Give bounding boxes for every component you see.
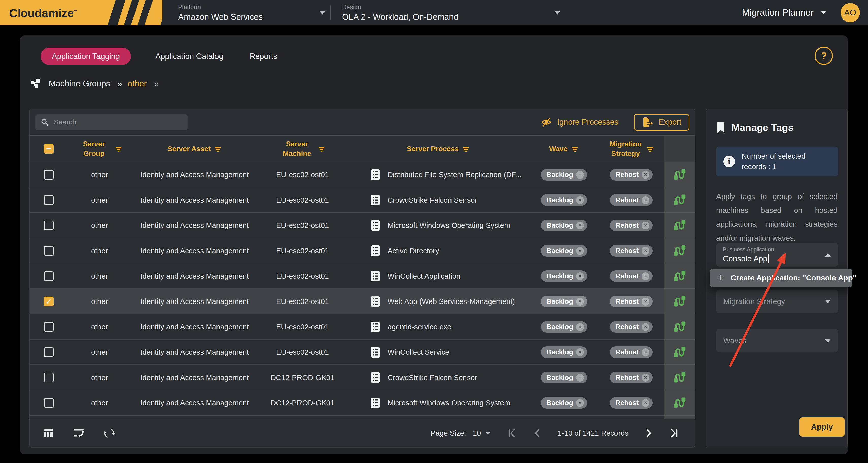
- row-checkbox[interactable]: [44, 322, 54, 332]
- row-checkbox[interactable]: [44, 221, 54, 230]
- row-checkbox[interactable]: [44, 398, 54, 408]
- migration-strategy-chip[interactable]: Rehost✕: [610, 220, 653, 231]
- wave-chip[interactable]: Backlog✕: [541, 321, 587, 333]
- remove-tag-icon[interactable]: ✕: [576, 349, 584, 356]
- remove-tag-icon[interactable]: ✕: [642, 247, 649, 255]
- table-row[interactable]: otherIdentity and Access ManagementEU-es…: [30, 263, 695, 289]
- export-button[interactable]: Export: [634, 114, 689, 131]
- migration-strategy-chip[interactable]: Rehost✕: [610, 321, 653, 333]
- help-button[interactable]: ?: [815, 47, 833, 65]
- remove-tag-icon[interactable]: ✕: [642, 374, 649, 382]
- waves-select[interactable]: Waves: [716, 329, 838, 353]
- avatar[interactable]: AO: [841, 3, 860, 22]
- wave-chip[interactable]: Backlog✕: [541, 372, 587, 384]
- table-row[interactable]: otherIdentity and Access ManagementEU-es…: [30, 314, 695, 339]
- business-application-field[interactable]: Business Application Console App: [716, 243, 838, 267]
- migration-strategy-chip[interactable]: Rehost✕: [610, 270, 653, 282]
- remove-tag-icon[interactable]: ✕: [642, 399, 649, 407]
- remove-tag-icon[interactable]: ✕: [642, 349, 649, 356]
- table-row[interactable]: otherIdentity and Access ManagementDC12-…: [30, 390, 695, 416]
- connected-processes-icon[interactable]: [673, 168, 686, 181]
- wave-chip[interactable]: Backlog✕: [541, 270, 587, 282]
- row-checkbox[interactable]: [44, 373, 54, 383]
- remove-tag-icon[interactable]: ✕: [642, 171, 649, 179]
- table-row[interactable]: otherIdentity and Access ManagementEU-es…: [30, 162, 695, 187]
- table-row[interactable]: ✓otherIdentity and Access ManagementEU-e…: [30, 289, 695, 314]
- remove-tag-icon[interactable]: ✕: [642, 196, 649, 204]
- row-checkbox-checked[interactable]: ✓: [44, 297, 54, 306]
- connected-processes-icon[interactable]: [673, 193, 686, 206]
- filter-icon[interactable]: [646, 145, 654, 153]
- select-all-checkbox[interactable]: [44, 144, 54, 154]
- create-application-option[interactable]: + Create Application: "Console App": [710, 269, 852, 287]
- page-size-select[interactable]: 10: [473, 429, 491, 437]
- row-checkbox[interactable]: [44, 246, 54, 256]
- migration-strategy-chip[interactable]: Rehost✕: [610, 194, 653, 206]
- connected-processes-icon[interactable]: [673, 396, 686, 409]
- migration-strategy-chip[interactable]: Rehost✕: [610, 296, 653, 307]
- connected-processes-icon[interactable]: [673, 244, 686, 257]
- connected-processes-icon[interactable]: [673, 219, 686, 232]
- wave-chip[interactable]: Backlog✕: [541, 245, 587, 257]
- row-checkbox[interactable]: [44, 271, 54, 281]
- wave-chip[interactable]: Backlog✕: [541, 397, 587, 409]
- search-input[interactable]: [54, 118, 182, 126]
- apply-button[interactable]: Apply: [800, 417, 845, 437]
- wrap-text-icon[interactable]: [73, 427, 85, 439]
- connected-processes-icon[interactable]: [673, 295, 686, 308]
- remove-tag-icon[interactable]: ✕: [642, 298, 649, 305]
- table-row[interactable]: otherIdentity and Access ManagementDC12-…: [30, 365, 695, 390]
- design-select[interactable]: Design OLA 2 - Workload, On-Demand: [342, 4, 560, 22]
- table-row[interactable]: otherIdentity and Access ManagementEU-es…: [30, 339, 695, 365]
- next-page-button[interactable]: [645, 428, 653, 438]
- breadcrumb-other[interactable]: other: [128, 79, 147, 89]
- remove-tag-icon[interactable]: ✕: [576, 298, 584, 305]
- tab-reports[interactable]: Reports: [247, 48, 279, 65]
- wave-chip[interactable]: Backlog✕: [541, 220, 587, 231]
- tab-application-catalog[interactable]: Application Catalog: [153, 48, 225, 65]
- ignore-processes-button[interactable]: Ignore Processes: [541, 117, 618, 127]
- remove-tag-icon[interactable]: ✕: [642, 323, 649, 331]
- filter-icon[interactable]: [462, 145, 470, 153]
- table-row[interactable]: otherIdentity and Access ManagementEU-es…: [30, 213, 695, 238]
- tab-application-tagging[interactable]: Application Tagging: [41, 48, 131, 65]
- remove-tag-icon[interactable]: ✕: [576, 399, 584, 407]
- connected-processes-icon[interactable]: [673, 371, 686, 384]
- remove-tag-icon[interactable]: ✕: [576, 323, 584, 331]
- table-row[interactable]: otherIdentity and Access ManagementEU-es…: [30, 238, 695, 263]
- wave-chip[interactable]: Backlog✕: [541, 194, 587, 206]
- chevron-up-icon[interactable]: [825, 253, 831, 257]
- previous-page-button[interactable]: [533, 428, 541, 438]
- migration-strategy-chip[interactable]: Rehost✕: [610, 169, 653, 180]
- remove-tag-icon[interactable]: ✕: [576, 222, 584, 229]
- wave-chip[interactable]: Backlog✕: [541, 346, 587, 358]
- remove-tag-icon[interactable]: ✕: [576, 196, 584, 204]
- filter-icon[interactable]: [318, 145, 326, 153]
- remove-tag-icon[interactable]: ✕: [642, 222, 649, 229]
- migration-strategy-chip[interactable]: Rehost✕: [610, 245, 653, 257]
- columns-icon[interactable]: [42, 427, 54, 439]
- refresh-icon[interactable]: [103, 427, 115, 439]
- remove-tag-icon[interactable]: ✕: [576, 247, 584, 255]
- remove-tag-icon[interactable]: ✕: [576, 374, 584, 382]
- platform-select[interactable]: Platform Amazon Web Services: [178, 4, 331, 22]
- search-box[interactable]: [35, 114, 188, 130]
- filter-icon[interactable]: [571, 145, 579, 153]
- migration-strategy-chip[interactable]: Rehost✕: [610, 346, 653, 358]
- row-checkbox[interactable]: [44, 348, 54, 357]
- migration-strategy-chip[interactable]: Rehost✕: [610, 397, 653, 409]
- wave-chip[interactable]: Backlog✕: [541, 296, 587, 307]
- row-checkbox[interactable]: [44, 170, 54, 179]
- last-page-button[interactable]: [670, 428, 679, 438]
- wave-chip[interactable]: Backlog✕: [541, 169, 587, 180]
- filter-icon[interactable]: [115, 145, 122, 153]
- filter-icon[interactable]: [214, 145, 222, 153]
- breadcrumb-machine-groups[interactable]: Machine Groups: [49, 79, 110, 89]
- table-row[interactable]: otherIdentity and Access ManagementEU-es…: [30, 187, 695, 213]
- connected-processes-icon[interactable]: [673, 345, 686, 359]
- row-checkbox[interactable]: [44, 195, 54, 205]
- chevron-down-icon[interactable]: [821, 11, 826, 14]
- connected-processes-icon[interactable]: [673, 320, 686, 333]
- first-page-button[interactable]: [507, 428, 517, 438]
- remove-tag-icon[interactable]: ✕: [576, 272, 584, 280]
